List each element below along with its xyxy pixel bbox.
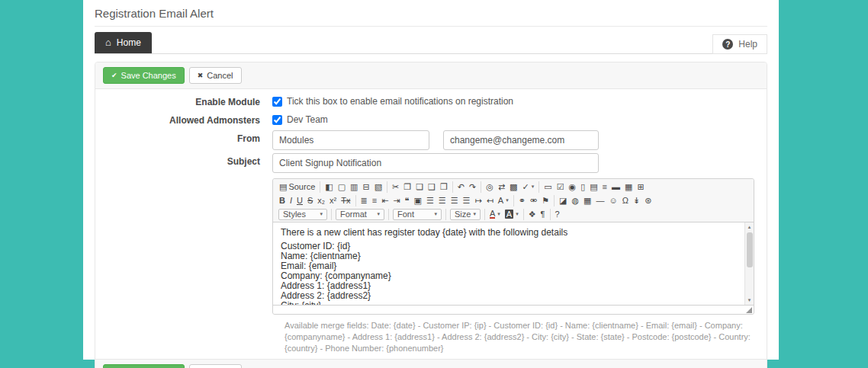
toolbar-smiley-button[interactable]: ☺ [606, 196, 619, 206]
toolbar-bidi-ltr-button[interactable]: ↦ [472, 196, 484, 206]
editor-content[interactable]: There is a new client has register today… [273, 222, 754, 305]
toolbar-table-button[interactable]: ▦ [581, 196, 593, 206]
allowed-admins-checkbox[interactable] [272, 115, 282, 125]
toolbar-spell-checker-button[interactable]: ✓▾ [520, 182, 537, 192]
toolbar-image-button[interactable]: ◪ [557, 196, 569, 206]
toolbar-bold-button[interactable]: B [277, 196, 288, 206]
text-field-icon: ▯ [580, 182, 585, 192]
toolbar-align-right-button[interactable]: ☰ [448, 196, 461, 206]
toolbar-underline-button[interactable]: U [294, 196, 305, 206]
toolbar-text-color-button[interactable]: A▾ [487, 210, 503, 219]
from-email-input[interactable] [443, 130, 599, 150]
toolbar-redo-button[interactable]: ↷ [467, 182, 478, 192]
panel-footer: ✔ Save Changes ✖ Cancel [95, 359, 767, 368]
toolbar-flash-button[interactable]: ◍ [569, 196, 581, 206]
cancel-button[interactable]: ✖ Cancel [189, 67, 242, 84]
toolbar-align-left-button[interactable]: ☰ [424, 196, 436, 206]
toolbar-format-select[interactable]: Format▾ [336, 209, 384, 220]
scroll-up-icon[interactable]: ▲ [745, 223, 754, 231]
toolbar-hidden-field-button[interactable]: ⊞ [635, 182, 646, 192]
toolbar-unlink-button[interactable]: ⚮ [528, 196, 539, 206]
chevron-down-icon: ▾ [532, 184, 535, 190]
toolbar-replace-button[interactable]: ⇄ [496, 182, 507, 192]
toolbar-strikethrough-button[interactable]: S [305, 196, 315, 206]
toolbar-form-button[interactable]: ▭ [542, 182, 554, 192]
toolbar-cut-button[interactable]: ✂ [390, 182, 401, 192]
toolbar-new-page-button[interactable]: ▢ [336, 182, 348, 192]
toolbar-templates-button[interactable]: ▧ [372, 182, 384, 192]
link-icon: ⚭ [519, 196, 526, 206]
toolbar-horizontal-rule-button[interactable]: ― [593, 196, 606, 206]
chevron-down-icon: ▾ [506, 197, 509, 203]
toolbar-blockquote-button[interactable]: ❝ [403, 196, 412, 206]
toolbar-undo-button[interactable]: ↶ [455, 182, 467, 192]
editor-scrollbar[interactable]: ▲ ▼ [744, 222, 754, 305]
toolbar-font-select[interactable]: Font▾ [393, 209, 442, 220]
toolbar-bulleted-list-button[interactable]: ≡ [370, 196, 379, 206]
resize-handle-icon[interactable] [746, 307, 752, 313]
toolbar-increase-indent-button[interactable]: ⇥ [391, 196, 402, 206]
save-button-bottom[interactable]: ✔ Save Changes [103, 364, 185, 368]
scrollbar-thumb[interactable] [747, 232, 753, 267]
undo-icon: ↶ [458, 182, 465, 192]
justify-icon: ☰ [463, 196, 471, 206]
toolbar-paste-as-text-button[interactable]: ❑ [426, 182, 438, 192]
toolbar-bidi-rtl-button[interactable]: ↤ [484, 196, 496, 206]
copy-icon: ❐ [403, 182, 411, 192]
toolbar-link-button[interactable]: ⚭ [516, 196, 528, 206]
toolbar-size-select[interactable]: Size▾ [450, 209, 481, 220]
toolbar-background-color-button[interactable]: A▾ [503, 210, 521, 219]
toolbar-page-break-button[interactable]: ↡ [631, 196, 642, 206]
from-name-input[interactable] [272, 130, 429, 150]
enable-module-checkbox[interactable] [272, 97, 282, 107]
toolbar-select-field-button[interactable]: ≡ [600, 182, 609, 192]
toolbar-image-button-button[interactable]: ▦ [622, 182, 635, 192]
toolbar-superscript-button[interactable]: x² [327, 196, 339, 206]
toolbar-paste-button[interactable]: ❏ [413, 182, 426, 192]
toolbar-decrease-indent-button[interactable]: ⇤ [379, 196, 391, 206]
scroll-down-icon[interactable]: ▼ [745, 296, 754, 304]
enable-module-label: Enable Module [108, 94, 272, 109]
toolbar-paste-from-word-button[interactable]: ❒ [438, 182, 450, 192]
subject-input[interactable] [272, 153, 599, 173]
toolbar-iframe-button[interactable]: ⊛ [642, 196, 654, 206]
toolbar-div-container-button[interactable]: ▣ [412, 196, 424, 206]
toolbar-special-character-button[interactable]: Ω [620, 196, 631, 206]
toolbar-align-center-button[interactable]: ☰ [436, 196, 448, 206]
page-title: Registration Email Alert [95, 5, 767, 27]
templates-icon: ▧ [375, 182, 382, 192]
image-button-icon: ▦ [625, 182, 632, 192]
toolbar-styles-select[interactable]: Styles▾ [278, 209, 327, 220]
toolbar-language-button[interactable]: A▾ [496, 196, 511, 206]
toolbar-print-button[interactable]: ⊟ [360, 182, 371, 192]
allowed-admins-row: Allowed Admonsters Dev Team [108, 112, 754, 127]
toolbar-find-button[interactable]: ◎ [484, 182, 496, 192]
superscript-icon: x² [330, 196, 336, 206]
toolbar-subscript-button[interactable]: x₂ [315, 196, 327, 206]
help-icon: ? [722, 39, 733, 50]
toolbar-select-all-button[interactable]: ▩ [507, 182, 519, 192]
toolbar-preview-button[interactable]: ▥ [348, 182, 360, 192]
toolbar-anchor-button[interactable]: ⚑ [539, 196, 551, 206]
align-center-icon: ☰ [439, 196, 446, 206]
toolbar-radio-button-button[interactable]: ◉ [567, 182, 579, 192]
toolbar-copy-button[interactable]: ❐ [401, 182, 413, 192]
toolbar-numbered-list-button[interactable]: ≣ [358, 196, 370, 206]
toolbar-justify-button[interactable]: ☰ [461, 196, 473, 206]
toolbar-remove-format-button[interactable]: Tx [339, 196, 352, 206]
toolbar-show-blocks-button[interactable]: ¶ [538, 210, 548, 219]
tab-home[interactable]: ⌂ Home [95, 32, 152, 53]
cancel-button-bottom[interactable]: ✖ Cancel [189, 364, 242, 368]
save-button[interactable]: ✔ Save Changes [103, 67, 185, 84]
toolbar-save-button[interactable]: ◧ [323, 182, 335, 192]
toolbar-maximize-button[interactable]: ❖ [526, 210, 538, 219]
toolbar-text-field-button[interactable]: ▯ [578, 182, 587, 192]
toolbar-button-button[interactable]: ▬ [609, 182, 622, 192]
toolbar-about-button[interactable]: ? [553, 210, 562, 219]
toolbar-checkbox-button[interactable]: ☑ [555, 182, 567, 192]
tab-help[interactable]: ? Help [712, 34, 767, 54]
toolbar-textarea-button[interactable]: ▤ [587, 182, 600, 192]
toolbar-source-button[interactable]: ▤Source [277, 182, 317, 192]
subscript-icon: x₂ [317, 196, 325, 206]
toolbar-italic-button[interactable]: I [288, 196, 294, 206]
